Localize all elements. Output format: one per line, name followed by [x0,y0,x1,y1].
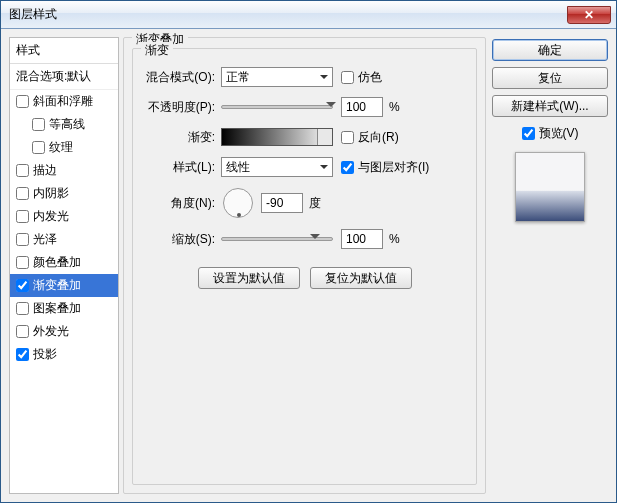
dither-checkbox[interactable]: 仿色 [341,69,382,86]
style-item-checkbox[interactable] [16,279,29,292]
opacity-input[interactable] [341,97,383,117]
style-item-label: 外发光 [33,323,69,340]
scale-unit: % [389,232,400,246]
style-item[interactable]: 描边 [10,159,118,182]
new-style-button[interactable]: 新建样式(W)... [492,95,608,117]
style-item-checkbox[interactable] [16,325,29,338]
scale-slider[interactable] [221,237,333,241]
style-item-label: 光泽 [33,231,57,248]
align-checkbox[interactable]: 与图层对齐(I) [341,159,429,176]
style-value: 线性 [226,159,250,176]
angle-input[interactable] [261,193,303,213]
angle-dial-indicator [237,213,241,217]
blend-mode-label: 混合模式(O): [143,69,221,86]
style-item[interactable]: 渐变叠加 [10,274,118,297]
style-label: 样式(L): [143,159,221,176]
style-item[interactable]: 外发光 [10,320,118,343]
close-button[interactable]: ✕ [567,6,611,24]
style-item[interactable]: 内发光 [10,205,118,228]
scale-input[interactable] [341,229,383,249]
style-item-label: 渐变叠加 [33,277,81,294]
preview-checkbox[interactable]: 预览(V) [492,125,608,142]
style-item-checkbox[interactable] [16,302,29,315]
style-item-label: 内阴影 [33,185,69,202]
scale-label: 缩放(S): [143,231,221,248]
gradient-group: 渐变 混合模式(O): 正常 仿色 不透明度(P): [132,48,477,485]
style-item-label: 纹理 [49,139,73,156]
styles-header: 样式 [10,38,118,64]
style-item-checkbox[interactable] [16,210,29,223]
blend-mode-value: 正常 [226,69,250,86]
style-item-label: 图案叠加 [33,300,81,317]
opacity-slider-thumb[interactable] [326,102,336,112]
style-item-checkbox[interactable] [16,187,29,200]
gradient-label: 渐变: [143,129,221,146]
dither-label: 仿色 [358,69,382,86]
angle-label: 角度(N): [143,195,221,212]
style-item-checkbox[interactable] [32,141,45,154]
window-title: 图层样式 [9,6,567,23]
angle-dial[interactable] [223,188,253,218]
settings-panel: 渐变叠加 渐变 混合模式(O): 正常 仿色 不透明度(P): [123,37,486,494]
styles-list: 样式 混合选项:默认 斜面和浮雕等高线纹理描边内阴影内发光光泽颜色叠加渐变叠加图… [9,37,119,494]
align-check-input[interactable] [341,161,354,174]
opacity-slider[interactable] [221,105,333,109]
blend-mode-dropdown[interactable]: 正常 [221,67,333,87]
style-item-checkbox[interactable] [16,256,29,269]
reverse-checkbox[interactable]: 反向(R) [341,129,399,146]
style-item-label: 颜色叠加 [33,254,81,271]
dialog-window: 图层样式 ✕ 样式 混合选项:默认 斜面和浮雕等高线纹理描边内阴影内发光光泽颜色… [0,0,617,503]
reverse-check-input[interactable] [341,131,354,144]
titlebar: 图层样式 ✕ [1,1,616,29]
style-item-label: 投影 [33,346,57,363]
opacity-unit: % [389,100,400,114]
cancel-button[interactable]: 复位 [492,67,608,89]
style-item-checkbox[interactable] [16,95,29,108]
gradient-swatch[interactable] [221,128,333,146]
style-item[interactable]: 投影 [10,343,118,366]
style-dropdown[interactable]: 线性 [221,157,333,177]
style-item[interactable]: 纹理 [10,136,118,159]
style-item-checkbox[interactable] [16,348,29,361]
set-default-button[interactable]: 设置为默认值 [198,267,300,289]
reset-default-button[interactable]: 复位为默认值 [310,267,412,289]
style-item[interactable]: 内阴影 [10,182,118,205]
scale-slider-thumb[interactable] [310,234,320,244]
style-item[interactable]: 光泽 [10,228,118,251]
dither-check-input[interactable] [341,71,354,84]
style-item-checkbox[interactable] [32,118,45,131]
style-item[interactable]: 图案叠加 [10,297,118,320]
align-label: 与图层对齐(I) [358,159,429,176]
preview-check-input[interactable] [522,127,535,140]
dialog-body: 样式 混合选项:默认 斜面和浮雕等高线纹理描边内阴影内发光光泽颜色叠加渐变叠加图… [1,29,616,502]
angle-unit: 度 [309,195,321,212]
style-item[interactable]: 颜色叠加 [10,251,118,274]
ok-button[interactable]: 确定 [492,39,608,61]
action-panel: 确定 复位 新建样式(W)... 预览(V) [490,37,608,494]
style-item[interactable]: 等高线 [10,113,118,136]
close-icon: ✕ [584,8,594,22]
opacity-label: 不透明度(P): [143,99,221,116]
preview-label: 预览(V) [539,125,579,142]
style-item[interactable]: 斜面和浮雕 [10,90,118,113]
blend-options-default[interactable]: 混合选项:默认 [10,64,118,90]
style-item-label: 内发光 [33,208,69,225]
reverse-label: 反向(R) [358,129,399,146]
style-item-checkbox[interactable] [16,164,29,177]
inner-group-label: 渐变 [141,42,173,59]
style-item-checkbox[interactable] [16,233,29,246]
style-item-label: 描边 [33,162,57,179]
style-item-label: 等高线 [49,116,85,133]
style-item-label: 斜面和浮雕 [33,93,93,110]
preview-thumbnail [515,152,585,222]
